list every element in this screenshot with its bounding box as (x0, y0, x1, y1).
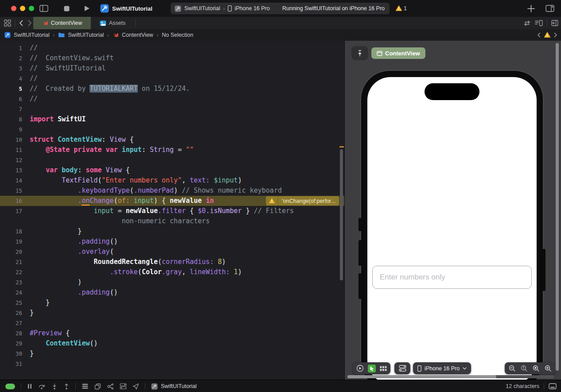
step-over-icon[interactable] (38, 383, 46, 390)
code-line[interactable]: 21 RoundedRectangle(cornerRadius: 8) (0, 257, 344, 267)
toggle-left-sidebar-icon[interactable] (38, 0, 50, 17)
next-issue-icon[interactable] (554, 32, 557, 38)
tab-assets[interactable]: Assets (91, 17, 134, 29)
breakpoints-toggle[interactable] (5, 384, 15, 389)
editor-options-icon[interactable] (534, 17, 544, 29)
line-number: 4 (0, 74, 30, 84)
device-settings-button[interactable] (394, 362, 410, 374)
run-destination[interactable]: iPhone 16 Pro (234, 5, 269, 12)
code-line[interactable]: 23 ) (0, 277, 344, 287)
code-text: TextField("Enter numbers only", text: $i… (30, 176, 242, 184)
toggle-right-inspector-icon[interactable] (544, 0, 556, 17)
add-editor-icon[interactable] (549, 17, 560, 29)
folder-icon (58, 32, 65, 38)
code-line[interactable]: 14 TextField("Enter numbers only", text:… (0, 175, 344, 186)
close-window-button[interactable] (11, 6, 16, 11)
code-line[interactable]: 15 .keyboardType(.numberPad) // Shows nu… (0, 186, 344, 196)
breadcrumb-project[interactable]: SwiftUITutorial (14, 32, 50, 38)
code-line[interactable]: 20 .overlay( (0, 247, 344, 257)
go-forward-icon[interactable] (26, 17, 34, 29)
go-back-icon[interactable] (17, 17, 25, 29)
line-number: 31 (0, 359, 30, 369)
line-number: 12 (0, 155, 30, 165)
canvas-horizontal-scrollbar[interactable] (347, 375, 554, 378)
library-plus-icon[interactable] (526, 0, 536, 17)
previous-issue-icon[interactable] (537, 32, 541, 38)
minimize-window-button[interactable] (20, 6, 25, 11)
step-out-icon[interactable] (63, 383, 70, 390)
code-line[interactable]: 1// (0, 43, 344, 53)
activity-viewer[interactable]: SwiftUITutorial › iPhone 16 Pro Running … (171, 3, 390, 14)
code-line[interactable]: 7 (0, 104, 344, 114)
source-editor[interactable]: 1//2// ContentView.swift3// SwiftUITutor… (0, 41, 345, 380)
zoom-to-fit-icon[interactable] (533, 365, 540, 372)
code-line[interactable]: 18 } (0, 226, 344, 237)
code-line[interactable]: 8import SwiftUI (0, 114, 344, 124)
code-line[interactable]: 13 var body: some View { (0, 165, 344, 175)
zoom-in-icon[interactable] (545, 365, 552, 372)
editor-scrollbar[interactable] (340, 149, 343, 280)
memory-graph-icon[interactable] (94, 383, 101, 390)
code-line[interactable]: 11 @State private var input: String = "" (0, 145, 344, 155)
code-line[interactable]: 24 .padding() (0, 287, 344, 298)
zoom-window-button[interactable] (29, 6, 34, 11)
code-line[interactable]: 10struct ContentView: View { (0, 135, 344, 145)
preview-target-badge[interactable]: ContentView (371, 47, 425, 59)
code-line[interactable]: 4// (0, 74, 344, 84)
breadcrumb-selection[interactable]: No Selection (162, 32, 193, 38)
code-line[interactable]: 28#Preview { (0, 328, 344, 338)
related-items-swap-icon[interactable] (522, 17, 532, 29)
scheme-name[interactable]: SwiftUITutorial (184, 5, 220, 12)
inline-warning-badge[interactable]: 'onChange(of:perfor... (266, 196, 339, 206)
code-line[interactable]: 9 (0, 124, 344, 135)
tab-contentview[interactable]: ContentView (33, 17, 91, 29)
debug-view-hierarchy-icon[interactable] (82, 383, 89, 389)
breadcrumb-file[interactable]: ContentView (122, 32, 153, 38)
preview-textfield[interactable]: Enter numbers only (372, 266, 532, 289)
swift-file-icon (113, 32, 119, 38)
iphone-preview-frame: Enter numbers only (361, 71, 543, 380)
bottom-panel-icon[interactable] (549, 383, 557, 389)
code-line[interactable]: 19 .padding() (0, 237, 344, 247)
network-share-icon[interactable] (107, 383, 114, 390)
breadcrumb-group[interactable]: SwiftUITutorial (68, 32, 104, 38)
code-line[interactable]: 29 ContentView() (0, 338, 344, 349)
zoom-actual-size-icon[interactable] (521, 365, 528, 372)
stop-button[interactable] (62, 0, 71, 17)
breadcrumb-separator: › (107, 32, 109, 38)
pause-execution-icon[interactable] (27, 383, 32, 389)
code-line[interactable]: non-numeric characters (0, 216, 344, 226)
code-text: // SwiftUITutorial (30, 64, 106, 72)
code-line[interactable]: 3// SwiftUITutorial (0, 63, 344, 74)
device-selector[interactable]: iPhone 16 Pro (413, 362, 471, 374)
code-line[interactable]: 5// Created by TUTORIALKART on 15/12/24. (0, 84, 344, 94)
variants-mode-icon[interactable] (380, 365, 387, 372)
swift-file-icon (42, 20, 48, 26)
code-line[interactable]: 16 .onChange(of: input) { newValue in'on… (0, 196, 344, 206)
step-into-icon[interactable] (51, 383, 58, 390)
code-line[interactable]: 27 (0, 318, 344, 328)
code-line[interactable]: 17 input = newValue.filter { $0.isNumber… (0, 206, 344, 216)
environment-overrides-icon[interactable] (120, 383, 127, 389)
running-process[interactable]: SwiftUITutorial (151, 383, 197, 390)
live-preview-icon[interactable] (356, 365, 364, 372)
run-button[interactable] (82, 0, 91, 17)
tab-overview-icon[interactable] (3, 17, 12, 29)
code-line[interactable]: 6// (0, 94, 344, 104)
toolbar-warning-counter[interactable]: 1 (396, 0, 407, 17)
tab-label: Assets (109, 20, 126, 26)
pin-preview-button[interactable] (352, 47, 368, 60)
code-line[interactable]: 12 (0, 155, 344, 165)
code-line[interactable]: 25 } (0, 298, 344, 308)
code-line[interactable]: 26} (0, 308, 344, 318)
zoom-out-icon[interactable] (509, 365, 516, 372)
issue-warning-icon[interactable] (544, 32, 550, 38)
canvas-vertical-scrollbar[interactable] (556, 43, 559, 371)
code-line[interactable]: 30} (0, 349, 344, 359)
code-line[interactable]: 22 .stroke(Color.gray, lineWidth: 1) (0, 267, 344, 277)
breadcrumb-separator: › (53, 32, 55, 38)
code-line[interactable]: 2// ContentView.swift (0, 53, 344, 63)
code-line[interactable]: 31 (0, 359, 344, 369)
simulate-location-icon[interactable] (132, 383, 139, 390)
selectable-mode-button[interactable] (368, 365, 376, 373)
